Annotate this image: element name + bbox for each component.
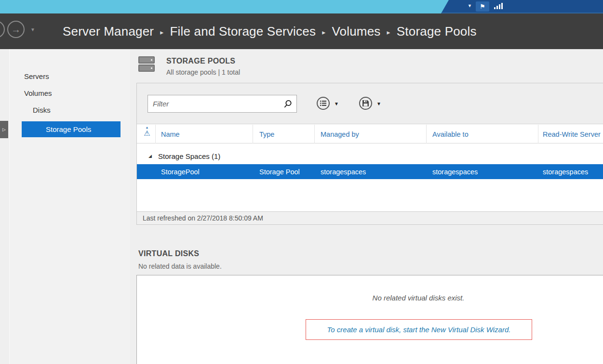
tray-chevron-icon[interactable]: ▼ xyxy=(468,3,472,8)
column-header-alerts[interactable]: ▲ ⚠ xyxy=(141,126,153,143)
sidebar-collapse-button[interactable]: ▷ xyxy=(0,121,8,138)
storage-pools-subtitle: All storage pools | 1 total xyxy=(166,68,240,76)
sidebar-item-storage-pools[interactable]: Storage Pools xyxy=(22,121,121,137)
new-virtual-disk-wizard-callout: To create a virtual disk, start the New … xyxy=(306,319,532,340)
nav-history-dropdown-icon[interactable]: ▼ xyxy=(30,27,35,32)
query-list-button[interactable] xyxy=(317,97,330,110)
table-row-storagepool[interactable]: StoragePool Storage Pool storagespaces s… xyxy=(137,164,603,179)
server-manager-window: ▼ ⚑ → ▼ Server Manager ▸ File and Storag… xyxy=(0,0,603,364)
breadcrumb-separator-icon: ▸ xyxy=(322,27,325,36)
filter-field xyxy=(147,95,297,113)
save-query-button[interactable] xyxy=(359,97,372,110)
sidebar-item-volumes[interactable]: Volumes xyxy=(24,89,52,97)
storage-pools-table-panel: ▼ ▼ ▲ ⚠ Name Type Manage xyxy=(136,83,603,225)
collapse-arrow-icon: ▷ xyxy=(2,127,6,132)
virtual-disks-subtitle: No related data is available. xyxy=(138,262,222,270)
storage-pool-icon xyxy=(138,56,156,73)
query-list-dropdown-icon[interactable]: ▼ xyxy=(334,101,339,106)
warning-triangle-icon: ⚠ xyxy=(141,130,153,137)
cell-read-write-server: storagespaces xyxy=(543,164,588,179)
new-virtual-disk-wizard-link[interactable]: To create a virtual disk, start the New … xyxy=(327,325,511,334)
virtual-disks-panel: No related virtual disks exist. To creat… xyxy=(136,275,603,364)
filter-input[interactable] xyxy=(148,95,296,112)
column-header-type[interactable]: Type xyxy=(259,125,274,143)
group-expander-icon[interactable]: ◢ xyxy=(148,154,152,158)
breadcrumb-item-storage-pools[interactable]: Storage Pools xyxy=(397,24,477,39)
cell-type: Storage Pool xyxy=(259,164,300,179)
breadcrumb-item-file-storage-services[interactable]: File and Storage Services xyxy=(170,24,316,39)
breadcrumb-separator-icon: ▸ xyxy=(160,27,163,36)
back-button[interactable] xyxy=(0,21,5,38)
storage-pools-title: STORAGE POOLS xyxy=(166,57,235,65)
column-header-managed-by[interactable]: Managed by xyxy=(321,125,359,143)
column-divider xyxy=(538,125,538,143)
last-refreshed-statusbar: Last refreshed on 2/27/2018 8:50:09 AM xyxy=(137,211,603,224)
network-signal-icon[interactable] xyxy=(494,3,505,10)
sidebar: Servers Volumes Disks Storage Pools xyxy=(10,49,130,364)
save-query-dropdown-icon[interactable]: ▼ xyxy=(376,101,381,106)
column-divider xyxy=(253,125,253,143)
column-header-name[interactable]: Name xyxy=(161,125,180,143)
storage-pools-heading: STORAGE POOLS All storage pools | 1 tota… xyxy=(136,54,474,83)
storage-pools-toolbar: ▼ ▼ xyxy=(137,83,603,124)
cell-name: StoragePool xyxy=(161,164,200,179)
table-header-row: ▲ ⚠ Name Type Managed by Available to Re… xyxy=(137,125,603,143)
column-header-read-write-server[interactable]: Read-Write Server xyxy=(543,125,601,143)
column-divider xyxy=(155,125,156,143)
search-icon xyxy=(283,99,293,109)
sidebar-item-disks[interactable]: Disks xyxy=(33,106,51,114)
column-header-available-to[interactable]: Available to xyxy=(432,125,469,143)
breadcrumb: Server Manager ▸ File and Storage Servic… xyxy=(63,13,477,49)
column-divider xyxy=(314,125,315,143)
group-label: Storage Spaces (1) xyxy=(158,152,220,160)
save-icon xyxy=(362,100,369,106)
breadcrumb-item-volumes[interactable]: Volumes xyxy=(332,24,380,39)
breadcrumb-separator-icon: ▸ xyxy=(387,27,390,36)
desktop-topbar: ▼ ⚑ xyxy=(0,0,603,13)
sidebar-item-servers[interactable]: Servers xyxy=(24,72,49,80)
list-icon xyxy=(320,100,326,106)
system-tray: ▼ ⚑ xyxy=(441,0,603,13)
group-row-storage-spaces[interactable]: ◢ Storage Spaces (1) xyxy=(137,149,603,163)
virtual-disks-title: VIRTUAL DISKS xyxy=(138,249,199,258)
action-center-flag-icon[interactable]: ⚑ xyxy=(476,1,489,12)
forward-button[interactable]: → xyxy=(7,21,25,38)
virtual-disks-empty-message: No related virtual disks exist. xyxy=(137,294,603,302)
cell-available-to: storagespaces xyxy=(432,164,478,179)
cell-managed-by: storagespaces xyxy=(321,164,366,179)
app-header: → ▼ Server Manager ▸ File and Storage Se… xyxy=(0,13,603,49)
column-divider xyxy=(426,125,427,143)
breadcrumb-item-server-manager[interactable]: Server Manager xyxy=(63,24,154,39)
